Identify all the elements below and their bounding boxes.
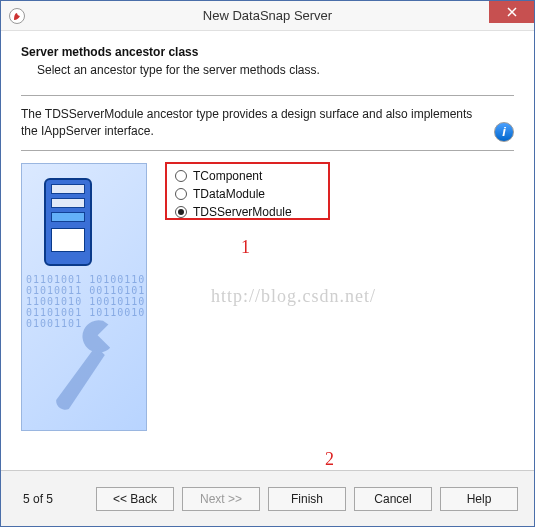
page-subtitle: Select an ancestor type for the server m… (21, 63, 514, 77)
button-label: Finish (291, 492, 323, 506)
help-button[interactable]: Help (440, 487, 518, 511)
radio-icon (175, 170, 187, 182)
button-label: << Back (113, 492, 157, 506)
wizard-window: New DataSnap Server Server methods ances… (0, 0, 535, 527)
close-icon (507, 7, 517, 17)
page-title: Server methods ancestor class (21, 45, 514, 59)
option-tdatamodule[interactable]: TDataModule (171, 185, 296, 203)
option-label: TDataModule (193, 187, 265, 201)
ancestor-options: TComponent TDataModule TDSServerModule 1 (171, 163, 296, 451)
annotation-1: 1 (241, 237, 250, 258)
window-title: New DataSnap Server (1, 8, 534, 23)
app-icon (9, 8, 25, 24)
option-tcomponent[interactable]: TComponent (171, 167, 296, 185)
radio-icon (175, 206, 187, 218)
finish-button[interactable]: Finish (268, 487, 346, 511)
option-tdsservermodule[interactable]: TDSServerModule (171, 203, 296, 221)
wizard-footer: 5 of 5 << Back Next >> Finish Cancel Hel… (1, 470, 534, 526)
button-label: Help (467, 492, 492, 506)
next-button: Next >> (182, 487, 260, 511)
titlebar[interactable]: New DataSnap Server (1, 1, 534, 31)
annotation-2: 2 (325, 449, 334, 470)
step-indicator: 5 of 5 (17, 492, 53, 506)
button-label: Next >> (200, 492, 242, 506)
wrench-icon (40, 304, 130, 424)
description-text: The TDSServerModule ancestor type provid… (21, 106, 514, 140)
wizard-banner-image: 01101001 10100110 01010011 00110101 1100… (21, 163, 147, 431)
option-label: TDSServerModule (193, 205, 292, 219)
main-area: 01101001 10100110 01010011 00110101 1100… (1, 151, 534, 451)
close-button[interactable] (489, 1, 534, 23)
option-label: TComponent (193, 169, 262, 183)
cancel-button[interactable]: Cancel (354, 487, 432, 511)
radio-icon (175, 188, 187, 200)
button-label: Cancel (374, 492, 411, 506)
back-button[interactable]: << Back (96, 487, 174, 511)
wizard-header: Server methods ancestor class Select an … (1, 31, 534, 89)
server-illustration (44, 178, 92, 266)
info-icon[interactable]: i (494, 122, 514, 142)
description-block: The TDSServerModule ancestor type provid… (1, 96, 534, 144)
